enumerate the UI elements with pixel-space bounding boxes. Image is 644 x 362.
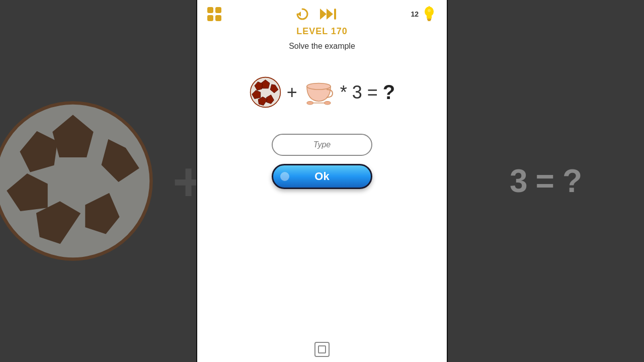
- ok-button[interactable]: Ok: [272, 164, 372, 189]
- toolbar-right: 12: [411, 6, 437, 22]
- instruction-text: Solve the example: [289, 42, 355, 51]
- soccer-ball-bg: [0, 100, 154, 262]
- hint-button[interactable]: [422, 6, 437, 22]
- svg-point-16: [428, 9, 431, 12]
- skip-button[interactable]: [320, 8, 337, 21]
- svg-rect-10: [334, 9, 336, 20]
- svg-rect-12: [427, 16, 432, 19]
- toolbar: 12: [197, 0, 447, 26]
- svg-marker-8: [320, 9, 327, 20]
- teacup-icon: [302, 78, 335, 106]
- number-3: 3: [352, 82, 362, 103]
- svg-point-24: [307, 83, 331, 89]
- toolbar-center: [295, 7, 337, 22]
- answer-input[interactable]: [272, 134, 372, 156]
- plus-symbol: +: [287, 82, 297, 103]
- level-label: LEVEL 170: [296, 26, 348, 37]
- right-equals: =: [536, 162, 554, 200]
- svg-rect-13: [427, 19, 431, 20]
- bottom-indicator: [314, 342, 330, 357]
- question-mark: ?: [383, 81, 395, 104]
- background-left: +: [0, 0, 196, 362]
- plus-bg: +: [173, 150, 196, 212]
- svg-point-26: [324, 102, 331, 105]
- menu-icon[interactable]: [207, 7, 221, 21]
- equation-area: + * 3 = ?: [249, 76, 395, 109]
- refresh-button[interactable]: [295, 7, 310, 22]
- hint-count: 12: [411, 10, 419, 18]
- soccer-ball-icon: [249, 76, 282, 109]
- multiply-symbol: *: [340, 82, 347, 103]
- right-3: 3: [510, 162, 528, 200]
- right-bg-text: 3 = ?: [510, 162, 582, 200]
- svg-rect-14: [428, 20, 431, 21]
- right-question: ?: [562, 162, 582, 200]
- svg-point-25: [307, 102, 313, 105]
- ok-label: Ok: [314, 170, 329, 183]
- toolbar-left: [207, 7, 221, 21]
- phone-panel: 12 LEVEL 170 Solve the example: [196, 0, 448, 362]
- background-right: 3 = ?: [448, 0, 644, 362]
- svg-marker-9: [327, 9, 333, 20]
- bottom-indicator-inner: [318, 345, 326, 353]
- equals-symbol: =: [367, 82, 378, 103]
